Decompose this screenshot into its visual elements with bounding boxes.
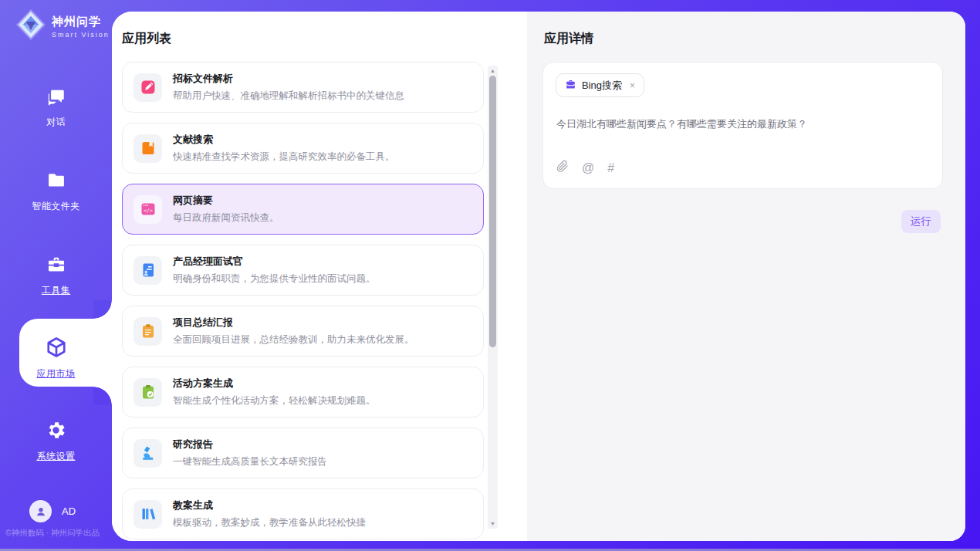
app-card-desc: 全面回顾项目进展，总结经验教训，助力未来优化发展。 [173,333,414,346]
attachment-icon[interactable] [556,160,569,176]
app-card-lesson-plan[interactable]: 教案生成 模板驱动，教案妙成，教学准备从此轻松快捷 [122,488,484,539]
app-card-bid-parse[interactable]: 招标文件解析 帮助用户快速、准确地理解和解析招标书中的关键信息 [122,62,484,113]
sidebar-item-app-market[interactable]: 应用市场 [0,336,112,380]
app-card-desc: 模板驱动，教案妙成，教学准备从此轻松快捷 [173,516,366,529]
sidebar-item-smart-folder[interactable]: 智能文件夹 [0,170,112,213]
main-content: 应用列表 招标文件解析 帮助用户快速、准确地理解和解析招标书中的关键信息 [112,12,965,541]
app-detail-title: 应用详情 [544,31,593,47]
scroll-up-icon[interactable]: ▲ [488,68,498,73]
app-card-pm-interviewer[interactable]: 产品经理面试官 明确身份和职责，为您提供专业性的面试问题。 [122,245,484,296]
book-icon [133,134,162,163]
app-card-desc: 快速精准查找学术资源，提高研究效率的必备工具。 [173,150,395,164]
gear-icon [45,419,67,445]
app-card-title: 网页摘要 [173,194,279,208]
diamond-logo-icon [15,8,46,44]
app-card-event-plan[interactable]: 活动方案生成 智能生成个性化活动方案，轻松解决规划难题。 [122,367,484,417]
scroll-down-icon[interactable]: ▼ [488,521,498,526]
run-button[interactable]: 运行 [901,210,941,233]
input-toolbar: @ # [556,160,614,176]
app-card-desc: 明确身份和职责，为您提供专业性的面试问题。 [173,272,376,286]
brand-name: 神州问学 [52,15,110,29]
app-card-project-summary[interactable]: 项目总结汇报 全面回顾项目进展，总结经验教训，助力未来优化发展。 [122,306,484,357]
tool-tag-bing-search[interactable]: Bing搜索 × [556,73,644,97]
app-window: 神州问学 Smart Vision 对话 智能文件夹 [0,0,980,551]
app-list-pane: 应用列表 招标文件解析 帮助用户快速、准确地理解和解析招标书中的关键信息 [112,12,527,541]
app-card-web-summary[interactable]: </> 网页摘要 每日政府新闻资讯快查。 [122,184,484,235]
microscope-icon [133,439,162,468]
close-icon[interactable]: × [630,80,635,91]
sidebar-item-label: 对话 [46,116,66,129]
document-person-icon [133,256,162,285]
chat-icon [46,86,66,110]
user-profile[interactable]: AD [29,500,76,522]
edit-square-icon [133,73,162,102]
sidebar-item-settings[interactable]: 系统设置 [0,419,112,463]
sidebar-item-label: 应用市场 [37,367,76,380]
sidebar-item-toolset[interactable]: 工具集 [0,254,112,297]
copyright-text: ©神州数码 · 神州问学出品 [5,528,117,539]
sidebar-item-label: 智能文件夹 [32,200,80,213]
clipboard-icon [133,317,162,346]
avatar [29,500,52,522]
app-card-list: 招标文件解析 帮助用户快速、准确地理解和解析招标书中的关键信息 文献搜索 快速精… [122,62,484,539]
sidebar-item-label: 系统设置 [37,450,76,463]
app-list-scrollbar[interactable]: ▲ ▼ [488,66,498,529]
app-card-desc: 智能生成个性化活动方案，轻松解决规划难题。 [173,394,376,407]
query-input[interactable]: 今日湖北有哪些新闻要点？有哪些需要关注的最新政策？ [556,117,927,131]
app-card-title: 产品经理面试官 [173,255,376,269]
brand-logo: 神州问学 Smart Vision [15,8,110,44]
app-card-title: 活动方案生成 [173,377,376,390]
app-card-desc: 一键智能生成高质量长文本研究报告 [173,455,327,468]
app-card-research-report[interactable]: 研究报告 一键智能生成高质量长文本研究报告 [122,428,484,478]
app-card-title: 教案生成 [173,499,366,512]
briefcase-icon [565,79,576,93]
tool-tag-label: Bing搜索 [582,79,622,93]
app-list-title: 应用列表 [122,31,171,47]
brand-subtitle: Smart Vision [52,31,110,39]
mention-icon[interactable]: @ [582,161,594,175]
prompt-card: Bing搜索 × 今日湖北有哪些新闻要点？有哪些需要关注的最新政策？ @ # [542,62,943,189]
app-card-title: 研究报告 [173,438,327,451]
folder-icon [46,170,67,194]
app-card-desc: 帮助用户快速、准确地理解和解析招标书中的关键信息 [173,90,404,103]
scrollbar-thumb[interactable] [489,76,496,347]
tab-curve-top [93,300,112,319]
toolbox-icon [46,254,67,279]
browser-code-icon: </> [133,195,162,224]
sidebar-item-chat[interactable]: 对话 [0,86,112,129]
user-initials: AD [62,505,76,517]
hash-icon[interactable]: # [607,161,614,175]
sidebar-item-label: 工具集 [42,284,71,297]
app-detail-pane: 应用详情 Bing搜索 × 今日湖北有哪些新闻要点？有哪些需要关注的最新政策？ [527,12,965,541]
cube-icon [45,336,68,362]
app-card-title: 招标文件解析 [173,72,404,86]
app-card-title: 文献搜索 [173,133,395,147]
app-card-title: 项目总结汇报 [173,316,414,330]
app-card-desc: 每日政府新闻资讯快查。 [173,211,279,225]
sidebar: 神州问学 Smart Vision 对话 智能文件夹 [0,0,112,551]
books-icon [133,500,162,529]
app-card-literature-search[interactable]: 文献搜索 快速精准查找学术资源，提高研究效率的必备工具。 [122,123,484,174]
clipboard-check-icon [133,378,162,407]
tab-curve-bottom [93,387,112,405]
svg-text:</>: </> [144,208,153,214]
